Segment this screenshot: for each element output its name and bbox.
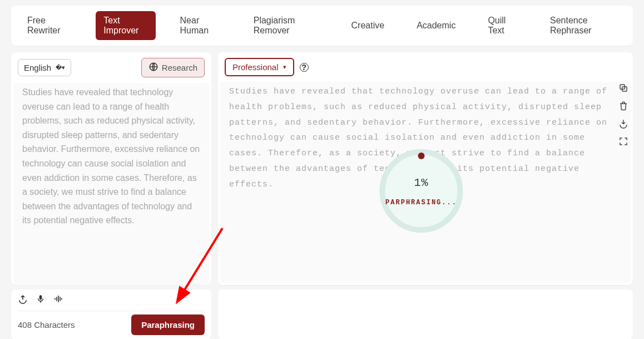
tab-text-improver[interactable]: Text Improver bbox=[96, 11, 155, 40]
tab-plagiarism-remover[interactable]: Plagiarism Remover bbox=[246, 11, 327, 40]
tab-sentence-rephraser[interactable]: Sentence Rephraser bbox=[542, 11, 625, 40]
loading-overlay: 1% PARPHRASING... bbox=[380, 149, 463, 233]
audio-wave-icon[interactable] bbox=[53, 294, 63, 306]
char-count: 408 Characters bbox=[18, 320, 75, 330]
microphone-icon[interactable] bbox=[36, 294, 46, 306]
globe-icon bbox=[148, 62, 158, 73]
tab-near-human[interactable]: Near Human bbox=[172, 11, 229, 40]
footer-right bbox=[218, 289, 633, 339]
language-label: English bbox=[24, 63, 51, 72]
tab-quill-text[interactable]: Quill Text bbox=[480, 11, 526, 40]
output-pane: Professional ▾ ? Studies have revealed t… bbox=[218, 52, 633, 285]
upload-icon[interactable] bbox=[18, 294, 28, 306]
progress-percent: 1% bbox=[414, 173, 428, 193]
input-pane-header: English �▾ Research bbox=[11, 52, 211, 83]
tab-free-rewriter[interactable]: Free Rewriter bbox=[19, 11, 79, 40]
style-label: Professional bbox=[232, 62, 279, 72]
tab-academic[interactable]: Academic bbox=[409, 16, 463, 35]
output-text: Studies have revealed that technology ov… bbox=[220, 82, 631, 283]
output-pane-header: Professional ▾ ? bbox=[218, 52, 633, 82]
input-text[interactable]: Studies have revealed that technology ov… bbox=[13, 83, 209, 285]
input-tools bbox=[18, 294, 205, 306]
download-icon[interactable] bbox=[618, 119, 628, 129]
fullscreen-icon[interactable] bbox=[618, 136, 628, 146]
help-icon[interactable]: ? bbox=[300, 63, 309, 72]
char-row: 408 Characters Paraphrasing bbox=[18, 311, 205, 335]
footer-row: 408 Characters Paraphrasing bbox=[11, 289, 633, 339]
language-select[interactable]: English �▾ bbox=[18, 59, 71, 76]
paraphrase-button[interactable]: Paraphrasing bbox=[131, 315, 205, 335]
copy-icon[interactable] bbox=[618, 83, 628, 93]
svg-rect-3 bbox=[39, 295, 42, 299]
input-pane: English �▾ Research Studies have reveale… bbox=[11, 52, 211, 285]
tab-creative[interactable]: Creative bbox=[344, 16, 393, 35]
spinner: 1% PARPHRASING... bbox=[380, 149, 463, 233]
output-toolbar bbox=[618, 83, 628, 146]
footer-left: 408 Characters Paraphrasing bbox=[11, 289, 211, 339]
progress-label: PARPHRASING... bbox=[385, 196, 457, 209]
mode-tabs: Free Rewriter Text Improver Near Human P… bbox=[11, 6, 633, 46]
chevron-down-icon: �▾ bbox=[56, 64, 65, 71]
research-label: Research bbox=[162, 63, 197, 72]
style-select[interactable]: Professional ▾ bbox=[225, 58, 294, 76]
trash-icon[interactable] bbox=[618, 101, 628, 111]
editor-row: English �▾ Research Studies have reveale… bbox=[11, 52, 633, 285]
spinner-dot-icon bbox=[418, 153, 425, 159]
chevron-down-icon: ▾ bbox=[283, 63, 286, 71]
research-button[interactable]: Research bbox=[141, 58, 205, 77]
